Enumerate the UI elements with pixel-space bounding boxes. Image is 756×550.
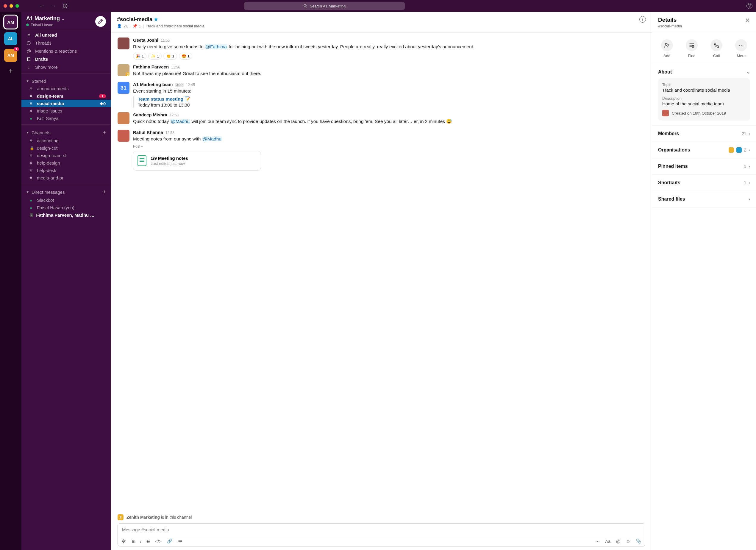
avatar[interactable] <box>118 130 129 142</box>
workspace-tile-am2[interactable]: AM 1 <box>4 49 17 62</box>
workspace-tile-al[interactable]: AL <box>4 32 17 45</box>
channel-triage-issues[interactable]: #triage-issues <box>21 107 111 115</box>
organisations-row[interactable]: Organisations2 › <box>652 142 756 158</box>
channel-accounting[interactable]: #accounting <box>21 137 111 144</box>
chevron-right-icon: › <box>749 164 750 169</box>
close-window[interactable] <box>4 4 7 8</box>
add-channel-button[interactable]: + <box>103 129 106 136</box>
calendar-icon[interactable]: 31 <box>118 82 129 94</box>
members-row[interactable]: Members21 › <box>652 126 756 142</box>
mention[interactable]: @Madhu <box>202 136 222 141</box>
message-time: 12:58 <box>165 131 174 135</box>
channel-help-desk[interactable]: #help-desk <box>21 167 111 174</box>
compose-button[interactable] <box>95 16 106 27</box>
avatar[interactable] <box>118 64 129 76</box>
channel-announcements[interactable]: #announcements <box>21 85 111 92</box>
pin-icon[interactable]: 📌 <box>132 24 137 28</box>
reaction[interactable]: 👏 1 <box>163 53 177 60</box>
dm-slackbot[interactable]: ●Slackbot <box>21 196 111 204</box>
description-value[interactable]: Home of the social media team <box>662 101 746 106</box>
channel-social-media[interactable]: #social-media◆◇ <box>21 100 111 107</box>
message-author[interactable]: Sandeep Mishra <box>133 112 167 117</box>
list-icon: ≡ <box>26 32 32 37</box>
bold-icon[interactable]: B <box>132 539 135 544</box>
file-attachment[interactable]: 1/9 Meeting notes Last edited just now <box>133 151 261 171</box>
workspace-badge: 1 <box>14 47 19 51</box>
avatar[interactable] <box>118 37 129 49</box>
message-author[interactable]: Rahul Khanna <box>133 130 163 135</box>
channel-design-crit[interactable]: 🔒design-crit <box>21 144 111 152</box>
dm-self[interactable]: ●Faisal Hasan (you) <box>21 204 111 211</box>
composer: B I S </> 🔗 ≔ ⋯ Aa @ ☺ 📎 <box>111 523 652 550</box>
message-author[interactable]: Geeta Joshi <box>133 37 158 43</box>
link-icon[interactable]: 🔗 <box>167 538 173 544</box>
dm-kriti[interactable]: ●Kriti Sanyal <box>21 115 111 122</box>
add-people-button[interactable]: Add <box>661 39 673 58</box>
minimize-window[interactable] <box>10 4 13 8</box>
strike-icon[interactable]: S <box>147 539 150 544</box>
help-icon[interactable]: ? <box>746 3 752 9</box>
about-toggle[interactable]: About⌄ <box>658 69 750 75</box>
section-dms[interactable]: ▼Direct messages+ <box>21 187 111 196</box>
topic-value[interactable]: Track and coordinate social media <box>662 87 746 93</box>
add-workspace-button[interactable]: + <box>5 65 16 76</box>
list-icon[interactable]: ≔ <box>178 538 182 544</box>
forward-icon[interactable]: → <box>51 3 56 9</box>
maximize-window[interactable] <box>15 4 19 8</box>
channel-design-team[interactable]: #design-team1 <box>21 92 111 100</box>
channel-design-team-sf[interactable]: #design-team-sf <box>21 152 111 159</box>
call-button[interactable]: Call <box>710 39 722 58</box>
nav-drafts[interactable]: Drafts <box>21 55 111 63</box>
close-icon[interactable]: ✕ <box>745 17 750 24</box>
shared-files-row[interactable]: Shared files› <box>652 191 756 207</box>
message-author[interactable]: A1 Marketing team <box>133 82 173 87</box>
italic-icon[interactable]: I <box>140 539 141 544</box>
message-author[interactable]: Fathima Parveen <box>133 64 169 69</box>
svg-point-5 <box>692 46 694 48</box>
new-dm-button[interactable]: + <box>103 189 106 195</box>
emoji-icon[interactable]: ☺ <box>626 539 630 544</box>
unread-badge: 1 <box>99 94 106 98</box>
mention[interactable]: @Fathima <box>205 44 227 49</box>
channel-details-button[interactable]: i <box>639 16 646 23</box>
search-input[interactable]: Search A1 Marketing <box>244 2 405 10</box>
reaction[interactable]: ✨ 1 <box>148 53 162 60</box>
attach-icon[interactable]: 📎 <box>636 538 641 544</box>
members-icon[interactable]: 👤 <box>117 24 122 28</box>
dm-group[interactable]: 2Fathima Parveen, Madhu … <box>21 211 111 219</box>
channel-help-design[interactable]: #help-design <box>21 159 111 167</box>
shortcuts-icon[interactable] <box>121 539 126 543</box>
post-label[interactable]: Post ▾ <box>133 144 645 149</box>
star-icon[interactable]: ★ <box>154 16 158 22</box>
nav-show-more[interactable]: ↓Show more <box>21 63 111 71</box>
message-text: Meeting notes from our sync with @Madhu <box>133 135 645 143</box>
calendar-event[interactable]: Team status meeting 📝 Today from 13:00 t… <box>133 96 645 107</box>
nav-threads[interactable]: Threads <box>21 39 111 47</box>
mention-icon[interactable]: @ <box>616 539 620 544</box>
sidebar-header[interactable]: A1 Marketing⌄ Faisal Hasan <box>21 12 111 31</box>
code-icon[interactable]: </> <box>155 539 162 544</box>
history-icon[interactable] <box>63 3 68 9</box>
section-starred[interactable]: ▼Starred <box>21 76 111 85</box>
text-format-icon[interactable]: Aa <box>605 539 610 544</box>
back-icon[interactable]: ← <box>39 3 45 9</box>
channel-title[interactable]: #social-media★ <box>117 16 639 23</box>
pinned-row[interactable]: Pinned items1 › <box>652 158 756 175</box>
shortcuts-row[interactable]: Shortcuts1 › <box>652 175 756 191</box>
workspace-tile-a1[interactable]: AM <box>4 15 17 29</box>
creator-avatar[interactable] <box>662 110 669 116</box>
channel-media-and-pr[interactable]: #media-and-pr <box>21 174 111 182</box>
mention[interactable]: @Madhu <box>170 119 190 124</box>
org-chip-icon <box>736 147 742 153</box>
channel-topic[interactable]: Track and coordinate social media <box>146 24 204 28</box>
more-actions-button[interactable]: ⋯More <box>735 39 747 58</box>
message-input[interactable] <box>118 524 645 536</box>
section-channels[interactable]: ▼Channels+ <box>21 127 111 137</box>
nav-mentions[interactable]: @Mentions & reactions <box>21 47 111 55</box>
more-icon[interactable]: ⋯ <box>595 538 600 544</box>
nav-all-unread[interactable]: ≡All unread <box>21 31 111 39</box>
reaction[interactable]: 🎉 1 <box>133 53 146 60</box>
avatar[interactable] <box>118 112 129 124</box>
reaction[interactable]: 😍 1 <box>179 53 192 60</box>
find-button[interactable]: Find <box>686 39 698 58</box>
